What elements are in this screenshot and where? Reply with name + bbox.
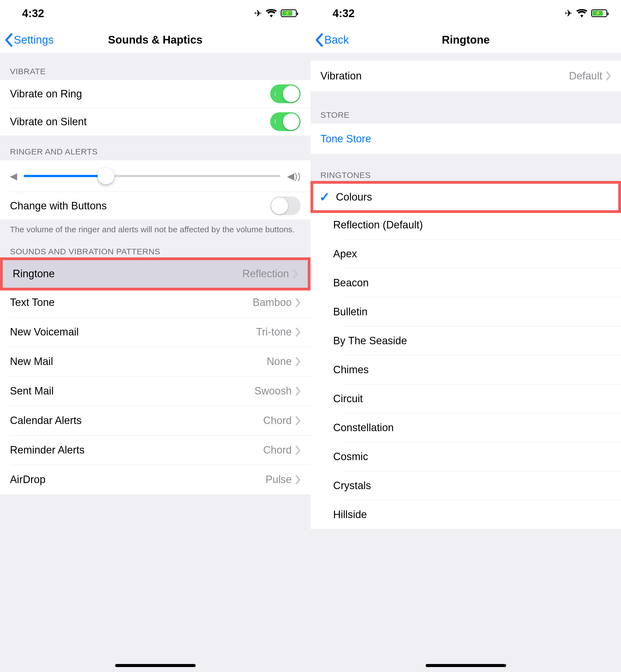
ringtone-label: Constellation bbox=[333, 422, 611, 434]
section-header-store: STORE bbox=[310, 91, 621, 124]
battery-icon: ⚡ bbox=[591, 9, 607, 17]
ringtone-bulletin[interactable]: Bulletin bbox=[310, 298, 621, 326]
row-value: Bamboo bbox=[253, 297, 292, 308]
ringtone-label: By The Seaside bbox=[333, 335, 611, 347]
row-change-with-buttons[interactable]: Change with Buttons bbox=[0, 192, 310, 220]
row-label: Calendar Alerts bbox=[10, 415, 263, 427]
navbar: Back Ringtone bbox=[310, 27, 621, 53]
ringtone-crystals[interactable]: Crystals bbox=[310, 471, 621, 500]
ringtone-label: Colours bbox=[336, 191, 608, 203]
chevron-right-icon bbox=[296, 298, 300, 307]
ringtone-circuit[interactable]: Circuit bbox=[310, 384, 621, 413]
status-bar: 4:32 ✈ ⚡ bbox=[0, 0, 310, 27]
ringtone-constellation[interactable]: Constellation bbox=[310, 413, 621, 442]
row-label: Ringtone bbox=[13, 268, 242, 280]
row-reminder-alerts[interactable]: Reminder AlertsChord bbox=[0, 436, 310, 465]
back-button[interactable]: Settings bbox=[5, 33, 54, 47]
navbar: Settings Sounds & Haptics bbox=[0, 27, 310, 53]
battery-icon: ⚡ bbox=[281, 9, 297, 17]
ringtone-label: Cosmic bbox=[333, 451, 611, 463]
row-label: Vibration bbox=[321, 70, 569, 82]
chevron-right-icon bbox=[296, 387, 300, 396]
row-label: Vibrate on Silent bbox=[10, 116, 270, 128]
row-value: Swoosh bbox=[254, 385, 292, 397]
ringtone-cosmic[interactable]: Cosmic bbox=[310, 442, 621, 471]
ringtone-by-the-seaside[interactable]: By The Seaside bbox=[310, 326, 621, 355]
row-sent-mail[interactable]: Sent MailSwoosh bbox=[0, 376, 310, 406]
airplane-mode-icon: ✈ bbox=[254, 8, 262, 19]
ringtone-apex[interactable]: Apex bbox=[310, 239, 621, 268]
toggle-vibrate-on-silent[interactable]: | bbox=[270, 112, 300, 131]
row-new-mail[interactable]: New MailNone bbox=[0, 347, 310, 376]
row-label: Text Tone bbox=[10, 297, 253, 308]
section-header-ringtones: RINGTONES bbox=[310, 154, 621, 184]
ringtone-label: Apex bbox=[333, 248, 611, 260]
row-value: Chord bbox=[263, 444, 292, 456]
screen-sounds-haptics: 4:32 ✈ ⚡ Settings Sounds & Haptics VIBRA… bbox=[0, 0, 310, 672]
ringtone-hillside[interactable]: Hillside bbox=[310, 500, 621, 529]
chevron-right-icon bbox=[296, 416, 300, 425]
back-label: Back bbox=[324, 34, 349, 46]
row-value: Reflection bbox=[242, 268, 289, 280]
row-airdrop[interactable]: AirDropPulse bbox=[0, 465, 310, 494]
row-new-voicemail[interactable]: New VoicemailTri-tone bbox=[0, 317, 310, 347]
section-header-patterns: SOUNDS AND VIBRATION PATTERNS bbox=[0, 239, 310, 260]
wifi-icon bbox=[266, 9, 277, 18]
section-header-vibrate: VIBRATE bbox=[0, 53, 310, 80]
chevron-right-icon bbox=[606, 72, 611, 80]
ringtone-label: Beacon bbox=[333, 277, 611, 289]
row-vibration[interactable]: Vibration Default bbox=[310, 61, 621, 91]
patterns-list: RingtoneReflectionText ToneBambooNew Voi… bbox=[0, 257, 310, 494]
row-vibrate-on-silent[interactable]: Vibrate on Silent | bbox=[0, 108, 310, 135]
ringtone-label: Reflection (Default) bbox=[333, 219, 611, 231]
row-value: Chord bbox=[263, 415, 292, 427]
ringtone-colours[interactable]: ✓Colours bbox=[310, 181, 621, 213]
status-bar: 4:32 ✈ ⚡ bbox=[310, 0, 621, 27]
back-label: Settings bbox=[14, 34, 54, 46]
ringtone-reflection-default-[interactable]: Reflection (Default) bbox=[310, 211, 621, 239]
volume-high-icon: ◀)) bbox=[287, 171, 300, 181]
chevron-right-icon bbox=[293, 270, 298, 278]
ringtone-chimes[interactable]: Chimes bbox=[310, 355, 621, 384]
home-indicator[interactable] bbox=[425, 664, 506, 667]
chevron-right-icon bbox=[296, 475, 300, 484]
row-text-tone[interactable]: Text ToneBamboo bbox=[0, 288, 310, 317]
volume-footer: The volume of the ringer and alerts will… bbox=[0, 220, 310, 239]
chevron-left-icon bbox=[316, 33, 323, 47]
row-label: AirDrop bbox=[10, 474, 265, 486]
ringtones-list: ✓ColoursReflection (Default)ApexBeaconBu… bbox=[310, 181, 621, 529]
ringtone-label: Crystals bbox=[333, 480, 611, 492]
content-scroll[interactable]: Vibration Default STORE Tone Store RINGT… bbox=[310, 53, 621, 672]
tone-store-link: Tone Store bbox=[321, 133, 611, 145]
chevron-right-icon bbox=[296, 328, 300, 337]
wifi-icon bbox=[576, 9, 587, 18]
row-vibrate-on-ring[interactable]: Vibrate on Ring | bbox=[0, 80, 310, 107]
home-indicator[interactable] bbox=[115, 664, 196, 667]
row-value: Pulse bbox=[265, 474, 292, 486]
status-icons: ✈ ⚡ bbox=[254, 8, 297, 19]
chevron-right-icon bbox=[296, 446, 300, 455]
content-scroll[interactable]: VIBRATE Vibrate on Ring | Vibrate on Sil… bbox=[0, 53, 310, 672]
airplane-mode-icon: ✈ bbox=[565, 8, 572, 19]
row-value: Tri-tone bbox=[256, 326, 292, 338]
row-calendar-alerts[interactable]: Calendar AlertsChord bbox=[0, 406, 310, 435]
row-value: None bbox=[266, 356, 292, 367]
ringtone-beacon[interactable]: Beacon bbox=[310, 268, 621, 297]
screen-ringtone: 4:32 ✈ ⚡ Back Ringtone Vibration Default… bbox=[310, 0, 621, 672]
row-value: Default bbox=[569, 70, 602, 82]
toggle-change-with-buttons[interactable] bbox=[270, 196, 300, 215]
row-tone-store[interactable]: Tone Store bbox=[310, 124, 621, 154]
page-title: Ringtone bbox=[310, 34, 621, 46]
toggle-vibrate-on-ring[interactable]: | bbox=[270, 84, 300, 103]
volume-slider-row: ◀ ◀)) bbox=[0, 160, 310, 192]
status-icons: ✈ ⚡ bbox=[565, 8, 607, 19]
volume-slider[interactable] bbox=[24, 175, 280, 177]
ringtone-label: Circuit bbox=[333, 393, 611, 405]
row-label: New Mail bbox=[10, 356, 266, 367]
check-icon: ✓ bbox=[319, 189, 330, 205]
row-label: Reminder Alerts bbox=[10, 444, 263, 456]
row-ringtone[interactable]: RingtoneReflection bbox=[0, 257, 310, 290]
back-button[interactable]: Back bbox=[316, 33, 349, 47]
ringtone-label: Hillside bbox=[333, 509, 611, 521]
row-label: Vibrate on Ring bbox=[10, 88, 270, 100]
